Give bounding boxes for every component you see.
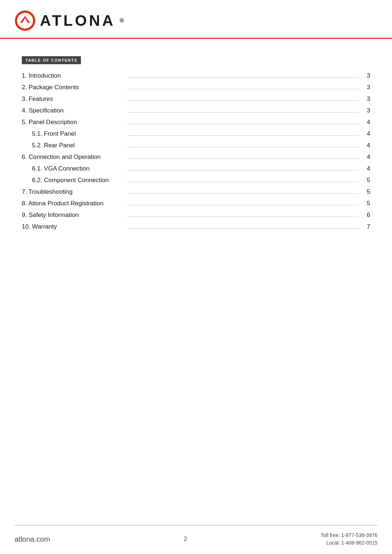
footer-page-number: 2	[184, 536, 187, 542]
toc-entry-page: 5	[363, 188, 370, 196]
toc-entry-title: 2. Package Contents	[22, 84, 123, 91]
toc-entry-page: 5	[363, 177, 370, 184]
toc-row: 1. Introduction3	[22, 72, 370, 79]
footer-local: Local: 1-408-962-0515	[321, 539, 377, 547]
toc-dots	[128, 182, 359, 182]
toc-entry-title: 7. Troubleshooting	[22, 188, 123, 196]
footer-content: atlona.com 2 Toll free: 1-877-536-3976 L…	[0, 526, 392, 554]
toc-dots	[128, 77, 359, 78]
toc-entry-page: 6	[363, 212, 370, 219]
header: ATLONA®	[0, 0, 392, 38]
toc-dots	[128, 217, 359, 217]
toc-dots	[128, 100, 359, 101]
toc-dots	[128, 135, 359, 136]
toc-entry-title: 1. Introduction	[22, 72, 123, 79]
footer-contact: Toll free: 1-877-536-3976 Local: 1-408-9…	[321, 532, 377, 547]
atlona-logo-icon	[15, 10, 36, 31]
toc-entry-page: 4	[363, 119, 370, 126]
toc-entry-page: 4	[363, 165, 370, 172]
toc-dots	[128, 228, 359, 229]
toc-entry-title: 6. Connection and Operation	[22, 153, 123, 161]
toc-entry-page: 3	[363, 72, 370, 79]
toc-row: 6. Connection and Operation4	[22, 153, 370, 161]
toc-entry-page: 3	[363, 95, 370, 103]
toc-dots	[128, 205, 359, 205]
toc-entry-title: 4. Specification	[22, 107, 123, 114]
toc-dots	[128, 112, 359, 112]
toc-row: 5. Panel Description4	[22, 119, 370, 126]
toc-dots	[128, 89, 359, 89]
toc-dots	[128, 170, 359, 171]
toc-row: 8. Atlona Product Registration5	[22, 200, 370, 207]
toc-entry-page: 3	[363, 107, 370, 114]
toc-row: 4. Specification3	[22, 107, 370, 114]
toc-entry-title: 6.1. VGA Connection	[22, 165, 123, 172]
footer-toll-free: Toll free: 1-877-536-3976	[321, 532, 377, 539]
toc-dots	[128, 147, 359, 147]
footer-website: atlona.com	[15, 535, 50, 543]
brand-reg: ®	[120, 17, 126, 24]
toc-entry-page: 4	[363, 153, 370, 161]
toc-row: 6.1. VGA Connection4	[22, 165, 370, 172]
toc-entry-title: 6.2. Component Connection	[22, 177, 123, 184]
logo: ATLONA®	[15, 10, 126, 31]
toc-label: TABLE OF CONTENTS	[22, 56, 81, 64]
toc-row: 3. Features3	[22, 95, 370, 103]
toc-dots	[128, 124, 359, 124]
toc-entry-title: 10. Warranty	[22, 223, 123, 230]
toc-row: 7. Troubleshooting5	[22, 188, 370, 196]
toc-row: 6.2. Component Connection5	[22, 177, 370, 184]
toc-entry-page: 7	[363, 223, 370, 230]
brand-name: ATLONA	[40, 12, 115, 29]
toc-dots	[128, 159, 359, 159]
toc-entry-page: 5	[363, 200, 370, 207]
toc-entry-title: 5.2. Rear Panel	[22, 142, 123, 149]
footer: atlona.com 2 Toll free: 1-877-536-3976 L…	[0, 525, 392, 554]
toc-row: 10. Warranty7	[22, 223, 370, 230]
toc-row: 5.1. Front Panel4	[22, 130, 370, 138]
toc-entry-page: 4	[363, 130, 370, 138]
toc-entry-title: 3. Features	[22, 95, 123, 103]
toc-dots	[128, 193, 359, 194]
toc-entries: 1. Introduction32. Package Contents33. F…	[22, 72, 370, 230]
toc-row: 9. Safety Information6	[22, 212, 370, 219]
toc-entry-page: 3	[363, 84, 370, 91]
toc-entry-page: 4	[363, 142, 370, 149]
toc-entry-title: 9. Safety Information	[22, 212, 123, 219]
toc-row: 5.2. Rear Panel4	[22, 142, 370, 149]
main-content: TABLE OF CONTENTS 1. Introduction32. Pac…	[0, 39, 392, 249]
toc-entry-title: 5. Panel Description	[22, 119, 123, 126]
toc-entry-title: 5.1. Front Panel	[22, 130, 123, 138]
toc-row: 2. Package Contents3	[22, 84, 370, 91]
toc-entry-title: 8. Atlona Product Registration	[22, 200, 123, 207]
svg-point-1	[17, 13, 33, 29]
